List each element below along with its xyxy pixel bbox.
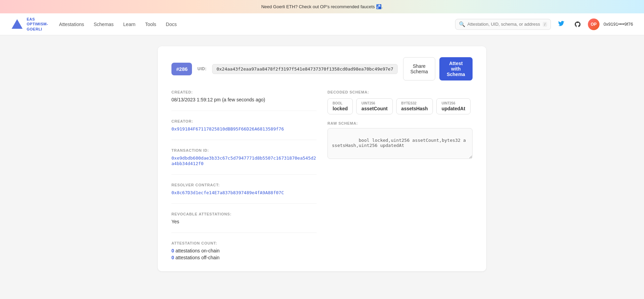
decoded-field-2: BYTES32 assetsHash	[396, 98, 433, 114]
github-icon[interactable]	[571, 18, 584, 30]
search-input[interactable]	[467, 22, 541, 27]
decoded-field-2-name: assetsHash	[401, 106, 428, 111]
count-offchain-label: attestations off-chain	[176, 255, 220, 260]
nav-tools[interactable]: Tools	[145, 22, 156, 27]
logo[interactable]: EAS OPTIMISM- GOERLI	[11, 17, 48, 32]
created-value: 08/13/2023 1:59:12 pm (a few seconds ago…	[171, 97, 317, 102]
field-creator: CREATOR: 0x919184F67117825810dBB95F66D26…	[171, 119, 317, 140]
decoded-field-1-type: UINT256	[361, 101, 387, 105]
schema-header: #286 UID: 0x24aa43f2eaa97aa8478f2f3197f5…	[171, 57, 473, 80]
uid-value: 0x24aa43f2eaa97aa8478f2f3197f541e8473737…	[212, 64, 398, 74]
nav-attestations[interactable]: Attestations	[59, 22, 84, 27]
wallet-address[interactable]: 0x9191••••9f76	[604, 22, 633, 27]
decoded-field-0-name: locked	[333, 106, 348, 111]
field-revocable: REVOCABLE ATTESTATIONS: Yes	[171, 212, 317, 233]
main-content: #286 UID: 0x24aa43f2eaa97aa8478f2f3197f5…	[0, 35, 644, 282]
nav-docs[interactable]: Docs	[166, 22, 177, 27]
txid-label: TRANSACTION ID:	[171, 148, 317, 152]
raw-schema-text: bool locked,uint256 assetCount,bytes32 a…	[332, 138, 466, 148]
banner-text: Need Goerli ETH? Check out OP's recommen…	[261, 4, 383, 9]
share-schema-button[interactable]: Share Schema	[403, 57, 435, 80]
promo-banner: Need Goerli ETH? Check out OP's recommen…	[0, 0, 644, 13]
decoded-field-0-type: BOOL	[333, 101, 348, 105]
search-shortcut: /	[543, 22, 547, 27]
count-offchain-row: 0 attestations off-chain	[171, 255, 317, 260]
raw-label: RAW SCHEMA:	[327, 121, 473, 125]
decoded-schema: BOOL locked UINT256 assetCount BYTES32 a…	[327, 98, 473, 114]
revocable-label: REVOCABLE ATTESTATIONS:	[171, 212, 317, 216]
svg-marker-0	[12, 19, 23, 29]
main-nav: Attestations Schemas Learn Tools Docs	[59, 22, 444, 27]
count-onchain-num: 0	[171, 248, 174, 253]
search-icon: 🔍	[459, 21, 465, 27]
field-count: ATTESTATION COUNT: 0 attestations on-cha…	[171, 241, 317, 260]
count-onchain-row: 0 attestations on-chain	[171, 248, 317, 253]
search-bar[interactable]: 🔍 /	[455, 19, 551, 30]
nav-schemas[interactable]: Schemas	[94, 22, 114, 27]
decoded-field-3: UINT256 updatedAt	[436, 98, 470, 114]
decoded-field-3-name: updatedAt	[441, 106, 465, 111]
schema-body: CREATED: 08/13/2023 1:59:12 pm (a few se…	[171, 90, 473, 260]
logo-text: EAS OPTIMISM- GOERLI	[27, 17, 48, 32]
uid-label: UID:	[197, 66, 207, 71]
schema-left-col: CREATED: 08/13/2023 1:59:12 pm (a few se…	[171, 90, 317, 260]
decoded-label: DECODED SCHEMA:	[327, 90, 473, 94]
attest-with-schema-button[interactable]: Attest with Schema	[439, 57, 473, 80]
header-right: 🔍 / OP 0x9191••••9f76	[455, 18, 633, 30]
resolver-label: RESOLVER CONTRACT:	[171, 183, 317, 187]
count-label: ATTESTATION COUNT:	[171, 241, 317, 245]
resolver-link[interactable]: 0x8c67D3d1ecfe14E7a837b8397489e4fA9A88f0…	[171, 190, 284, 195]
field-created: CREATED: 08/13/2023 1:59:12 pm (a few se…	[171, 90, 317, 111]
decoded-field-3-type: UINT256	[441, 101, 465, 105]
raw-schema-box[interactable]: bool locked,uint256 assetCount,bytes32 a…	[327, 128, 473, 159]
schema-badge: #286	[171, 63, 192, 75]
avatar[interactable]: OP	[588, 18, 600, 30]
count-offchain-num: 0	[171, 255, 174, 260]
decoded-field-1-name: assetCount	[361, 106, 387, 111]
field-txid: TRANSACTION ID: 0xe9dbdb600dae3b33c67c5d…	[171, 148, 317, 175]
revocable-value: Yes	[171, 219, 317, 224]
twitter-icon[interactable]	[555, 18, 567, 30]
txid-link[interactable]: 0xe9dbdb600dae3b33c67c5d7947771d8b5507c1…	[171, 155, 316, 166]
schema-actions: Share Schema Attest with Schema	[403, 57, 473, 80]
site-header: EAS OPTIMISM- GOERLI Attestations Schema…	[0, 13, 644, 35]
creator-label: CREATOR:	[171, 119, 317, 123]
created-label: CREATED:	[171, 90, 317, 94]
schema-card: #286 UID: 0x24aa43f2eaa97aa8478f2f3197f5…	[158, 46, 486, 271]
decoded-field-2-type: BYTES32	[401, 101, 428, 105]
schema-right-col: DECODED SCHEMA: BOOL locked UINT256 asse…	[327, 90, 473, 260]
nav-learn[interactable]: Learn	[123, 22, 136, 27]
count-onchain-label: attestations on-chain	[176, 248, 220, 253]
field-resolver: RESOLVER CONTRACT: 0x8c67D3d1ecfe14E7a83…	[171, 183, 317, 204]
decoded-field-0: BOOL locked	[327, 98, 353, 114]
creator-link[interactable]: 0x919184F67117825810dBB95F66D26A6813589f…	[171, 126, 284, 132]
decoded-field-1: UINT256 assetCount	[356, 98, 392, 114]
